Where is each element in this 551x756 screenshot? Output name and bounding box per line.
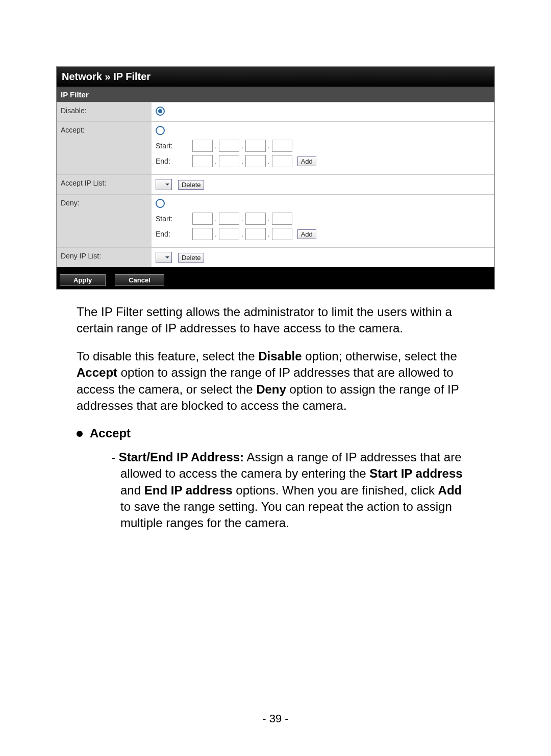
accept-delete-button[interactable]: Delete <box>178 180 205 190</box>
deny-start-octet-4[interactable] <box>272 213 292 225</box>
accept-start-octet-4[interactable] <box>272 140 292 152</box>
deny-start-label: Start: <box>156 215 191 223</box>
cancel-button[interactable]: Cancel <box>115 274 164 286</box>
accept-end-octet-1[interactable] <box>192 155 213 167</box>
accept-end-octet-2[interactable] <box>219 155 239 167</box>
accept-radio[interactable] <box>156 126 165 135</box>
deny-end-octet-1[interactable] <box>192 228 213 240</box>
bullet-accept: Accept <box>77 425 474 441</box>
paragraph-2: To disable this feature, select the Disa… <box>77 348 474 414</box>
deny-end-octet-2[interactable] <box>219 228 239 240</box>
accept-list-dropdown[interactable] <box>156 179 172 190</box>
row-deny: Deny: Start: . . . End: . . . <box>57 195 494 248</box>
doc-text: The IP Filter setting allows the adminis… <box>77 304 474 532</box>
paragraph-1: The IP Filter setting allows the adminis… <box>77 304 474 337</box>
deny-end-octet-4[interactable] <box>272 228 292 240</box>
deny-start-octet-3[interactable] <box>245 213 266 225</box>
accept-start-octet-1[interactable] <box>192 140 213 152</box>
deny-end-octet-3[interactable] <box>245 228 266 240</box>
deny-list-dropdown[interactable] <box>156 252 172 263</box>
deny-start-octet-1[interactable] <box>192 213 213 225</box>
row-accept-list: Accept IP List: Delete <box>57 175 494 195</box>
accept-start-label: Start: <box>156 142 191 150</box>
accept-end-octet-4[interactable] <box>272 155 292 167</box>
sub-item-start-end: - Start/End IP Address: Assign a range o… <box>111 449 474 532</box>
row-accept: Accept: Start: . . . End: . . . <box>57 122 494 175</box>
chevron-down-icon <box>165 255 170 260</box>
accept-add-button[interactable]: Add <box>297 157 316 166</box>
panel-subheader: IP Filter <box>57 87 494 102</box>
chevron-down-icon <box>165 182 170 187</box>
deny-end-label: End: <box>156 230 191 238</box>
page-number: - 39 - <box>0 712 551 725</box>
deny-radio[interactable] <box>156 199 165 208</box>
panel-footer: Apply Cancel <box>57 267 494 289</box>
panel-header: Network » IP Filter <box>57 67 494 87</box>
deny-start-octet-2[interactable] <box>219 213 239 225</box>
accept-end-octet-3[interactable] <box>245 155 266 167</box>
deny-delete-button[interactable]: Delete <box>178 253 205 263</box>
accept-list-label: Accept IP List: <box>57 175 152 195</box>
deny-add-button[interactable]: Add <box>297 229 316 239</box>
disable-label: Disable: <box>57 102 152 122</box>
apply-button[interactable]: Apply <box>60 274 106 286</box>
accept-start-octet-2[interactable] <box>219 140 239 152</box>
accept-label: Accept: <box>57 122 152 175</box>
deny-label: Deny: <box>57 195 152 248</box>
bullet-disc-icon <box>77 431 83 437</box>
accept-end-label: End: <box>156 157 191 165</box>
deny-list-label: Deny IP List: <box>57 248 152 268</box>
disable-radio[interactable] <box>156 107 165 116</box>
row-disable: Disable: <box>57 102 494 122</box>
ip-filter-panel: Network » IP Filter IP Filter Disable: A… <box>56 66 495 290</box>
accept-start-octet-3[interactable] <box>245 140 266 152</box>
panel-table: Disable: Accept: Start: . . . <box>57 102 494 267</box>
row-deny-list: Deny IP List: Delete <box>57 248 494 268</box>
